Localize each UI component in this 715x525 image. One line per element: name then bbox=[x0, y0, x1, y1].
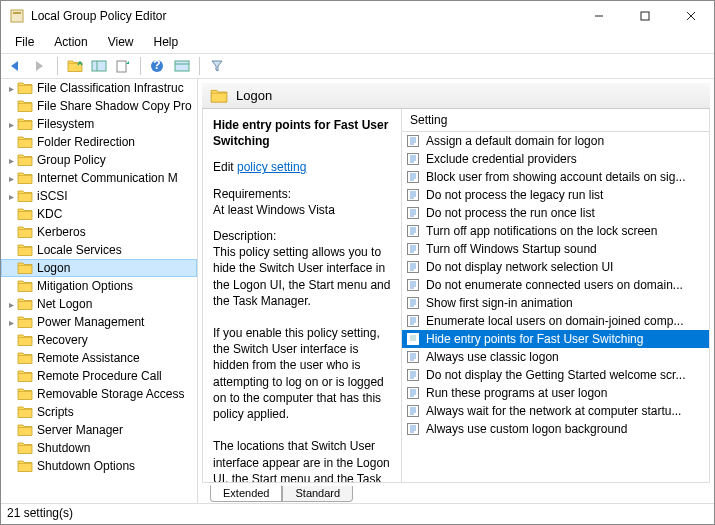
setting-label: Always wait for the network at computer … bbox=[426, 404, 681, 418]
properties-button[interactable] bbox=[171, 55, 193, 77]
tree-pane[interactable]: ▸File Classification InfrastrucFile Shar… bbox=[1, 79, 198, 503]
tree-item[interactable]: Locale Services bbox=[1, 241, 197, 259]
tree-item[interactable]: ▸iSCSI bbox=[1, 187, 197, 205]
setting-row[interactable]: Do not enumerate connected users on doma… bbox=[402, 276, 709, 294]
back-button[interactable] bbox=[5, 55, 27, 77]
forward-button[interactable] bbox=[29, 55, 51, 77]
tree-item[interactable]: KDC bbox=[1, 205, 197, 223]
show-hide-button[interactable] bbox=[88, 55, 110, 77]
tree-item[interactable]: Scripts bbox=[1, 403, 197, 421]
requirements-value: At least Windows Vista bbox=[213, 202, 391, 218]
setting-label: Run these programs at user logon bbox=[426, 386, 607, 400]
maximize-button[interactable] bbox=[622, 1, 668, 31]
setting-row[interactable]: Do not display the Getting Started welco… bbox=[402, 366, 709, 384]
minimize-button[interactable] bbox=[576, 1, 622, 31]
tree-item[interactable]: ▸Filesystem bbox=[1, 115, 197, 133]
tree-item-label: Server Manager bbox=[37, 423, 123, 437]
folder-icon bbox=[17, 279, 33, 293]
tree-item[interactable]: Logon bbox=[1, 259, 197, 277]
tree-item[interactable]: File Share Shadow Copy Pro bbox=[1, 97, 197, 115]
expand-caret[interactable]: ▸ bbox=[5, 119, 17, 130]
tree-item[interactable]: ▸Power Management bbox=[1, 313, 197, 331]
svg-rect-20 bbox=[175, 61, 189, 71]
tree-item[interactable]: ▸Net Logon bbox=[1, 295, 197, 313]
setting-icon bbox=[406, 260, 422, 274]
filter-button[interactable] bbox=[206, 55, 228, 77]
setting-row[interactable]: Always use classic logon bbox=[402, 348, 709, 366]
svg-rect-9 bbox=[11, 10, 23, 22]
expand-caret[interactable]: ▸ bbox=[5, 155, 17, 166]
folder-icon bbox=[17, 405, 33, 419]
setting-row[interactable]: Always wait for the network at computer … bbox=[402, 402, 709, 420]
setting-label: Block user from showing account details … bbox=[426, 170, 685, 184]
setting-icon bbox=[406, 386, 422, 400]
edit-policy-link[interactable]: policy setting bbox=[237, 160, 306, 174]
setting-row[interactable]: Do not display network selection UI bbox=[402, 258, 709, 276]
tree-item[interactable]: Folder Redirection bbox=[1, 133, 197, 151]
tree-item-label: File Share Shadow Copy Pro bbox=[37, 99, 192, 113]
setting-icon bbox=[406, 224, 422, 238]
folder-icon bbox=[17, 135, 33, 149]
setting-icon bbox=[406, 296, 422, 310]
setting-icon bbox=[406, 368, 422, 382]
svg-text:?: ? bbox=[153, 59, 160, 72]
folder-icon bbox=[17, 297, 33, 311]
setting-row[interactable]: Block user from showing account details … bbox=[402, 168, 709, 186]
menu-view[interactable]: View bbox=[100, 33, 142, 51]
settings-list[interactable]: Setting Assign a default domain for logo… bbox=[401, 109, 709, 482]
content-header-title: Logon bbox=[236, 88, 272, 103]
setting-row[interactable]: Show first sign-in animation bbox=[402, 294, 709, 312]
tree-item[interactable]: Mitigation Options bbox=[1, 277, 197, 295]
folder-icon bbox=[17, 99, 33, 113]
tree-item[interactable]: Shutdown bbox=[1, 439, 197, 457]
setting-label: Assign a default domain for logon bbox=[426, 134, 604, 148]
tab-standard[interactable]: Standard bbox=[282, 486, 353, 502]
tree-item[interactable]: ▸Group Policy bbox=[1, 151, 197, 169]
tree-item[interactable]: Server Manager bbox=[1, 421, 197, 439]
expand-caret[interactable]: ▸ bbox=[5, 173, 17, 184]
tree-item[interactable]: Remote Assistance bbox=[1, 349, 197, 367]
tree-item[interactable]: ▸File Classification Infrastruc bbox=[1, 79, 197, 97]
expand-caret[interactable]: ▸ bbox=[5, 191, 17, 202]
setting-row[interactable]: Enumerate local users on domain-joined c… bbox=[402, 312, 709, 330]
setting-row[interactable]: Turn off Windows Startup sound bbox=[402, 240, 709, 258]
close-button[interactable] bbox=[668, 1, 714, 31]
setting-row[interactable]: Hide entry points for Fast User Switchin… bbox=[402, 330, 709, 348]
export-button[interactable] bbox=[112, 55, 134, 77]
tree-item[interactable]: Removable Storage Access bbox=[1, 385, 197, 403]
tree-item-label: Locale Services bbox=[37, 243, 122, 257]
setting-label: Do not enumerate connected users on doma… bbox=[426, 278, 683, 292]
expand-caret[interactable]: ▸ bbox=[5, 317, 17, 328]
setting-row[interactable]: Run these programs at user logon bbox=[402, 384, 709, 402]
folder-icon bbox=[17, 243, 33, 257]
folder-icon bbox=[17, 171, 33, 185]
setting-row[interactable]: Do not process the legacy run list bbox=[402, 186, 709, 204]
description-pane: Hide entry points for Fast User Switchin… bbox=[203, 109, 401, 482]
expand-caret[interactable]: ▸ bbox=[5, 299, 17, 310]
tree-item[interactable]: Kerberos bbox=[1, 223, 197, 241]
setting-row[interactable]: Assign a default domain for logon bbox=[402, 132, 709, 150]
setting-icon bbox=[406, 422, 422, 436]
setting-label: Do not display the Getting Started welco… bbox=[426, 368, 685, 382]
tree-item-label: Mitigation Options bbox=[37, 279, 133, 293]
menu-file[interactable]: File bbox=[7, 33, 42, 51]
setting-row[interactable]: Turn off app notifications on the lock s… bbox=[402, 222, 709, 240]
tree-item[interactable]: Remote Procedure Call bbox=[1, 367, 197, 385]
svg-rect-15 bbox=[92, 61, 106, 71]
up-button[interactable] bbox=[64, 55, 86, 77]
setting-row[interactable]: Always use custom logon background bbox=[402, 420, 709, 438]
setting-label: Do not display network selection UI bbox=[426, 260, 613, 274]
column-header-setting[interactable]: Setting bbox=[402, 109, 709, 132]
tree-item[interactable]: Shutdown Options bbox=[1, 457, 197, 475]
expand-caret[interactable]: ▸ bbox=[5, 83, 17, 94]
setting-row[interactable]: Exclude credential providers bbox=[402, 150, 709, 168]
help-button[interactable]: ? bbox=[147, 55, 169, 77]
tree-item[interactable]: Recovery bbox=[1, 331, 197, 349]
setting-row[interactable]: Do not process the run once list bbox=[402, 204, 709, 222]
menu-help[interactable]: Help bbox=[146, 33, 187, 51]
tree-item[interactable]: ▸Internet Communication M bbox=[1, 169, 197, 187]
svg-rect-17 bbox=[117, 61, 126, 72]
menu-action[interactable]: Action bbox=[46, 33, 95, 51]
setting-icon bbox=[406, 278, 422, 292]
tab-extended[interactable]: Extended bbox=[210, 485, 282, 502]
